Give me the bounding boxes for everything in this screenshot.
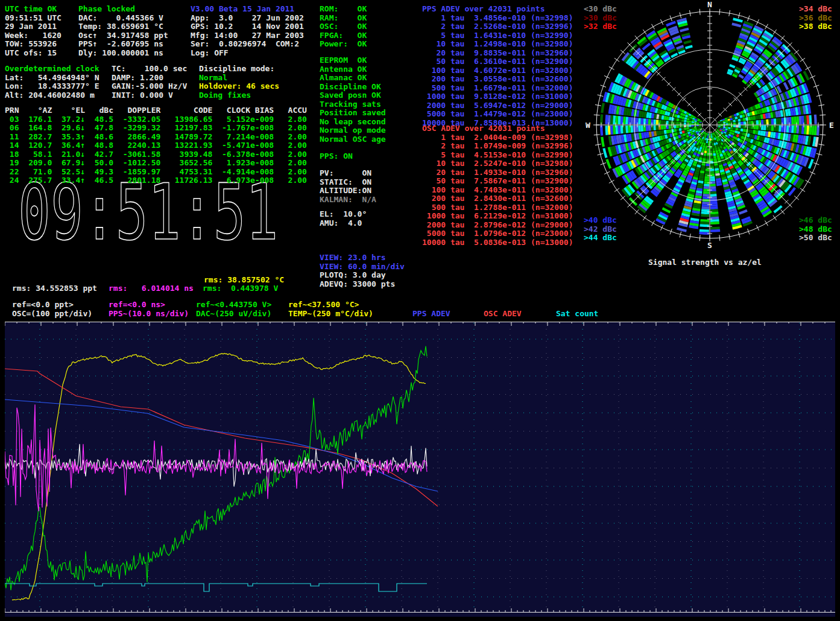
utc-block-line-3: Week: 1620: [5, 31, 62, 40]
dbc-legend-se-line-0: >46 dBc: [799, 216, 832, 225]
svg-text:N: N: [707, 0, 712, 9]
position-block-line-2: Lon: 18.4333777° E: [5, 82, 99, 91]
rms-pps-line-0: rms: 6.014014 ns: [109, 284, 194, 293]
ref-dac-line-0: ref~<0.443750 V>: [196, 301, 271, 309]
osc-adev-list-row-12: 10000 tau 5.0836e-013 (n=13000): [422, 238, 573, 247]
phase-block-line-1: DAC: 0.445366 V: [78, 14, 163, 22]
pps-adev-list-row-3: 10 tau 1.2498e-010 (n=32980): [422, 40, 573, 48]
utc-block-line-2: 29 Jan 2011: [5, 22, 57, 31]
pps-adev-list-row-2: 5 tau 1.6431e-010 (n=32990): [422, 31, 573, 40]
phase-block-line-0: Phase locked: [78, 5, 135, 13]
sat-table-row-5: 19 209.0 67.9↓ 50.0 -1012.50 3652.56 1.9…: [5, 159, 307, 167]
history-plot[interactable]: [5, 322, 835, 617]
ref-temp-line-0: ref~<37.500 °C>: [288, 301, 359, 309]
sat-table-row-1: 06 164.8 29.6↓ 47.8 -3299.32 12197.83 -1…: [5, 124, 307, 132]
sat-table-row-0: 03 176.1 37.2↓ 48.5 -3332.05 13986.65 5.…: [5, 115, 307, 124]
version-block-line-2: GPS: 10.2 14 Nov 2001: [191, 22, 304, 31]
fix-flags-block-line-2: ALTITUDE:ON: [320, 186, 371, 195]
phase-block-line-5: Dly: 100.000001 ns: [78, 49, 163, 57]
pps-adev-list-row-11: 5000 tau 1.4479e-012 (n=23000): [422, 110, 573, 118]
pps-adev-list-title: PPS ADEV over 42031 points: [422, 5, 545, 13]
hw-status-block-line-2: OSC: OK: [320, 22, 367, 31]
dbc-legend-sw-line-2: >44 dBc: [584, 234, 617, 242]
position-block-line-0: Overdetermined clock: [5, 65, 99, 73]
label-sat-count-line-0: Sat count: [556, 310, 598, 318]
osc-adev-list-row-1: 2 tau 1.0749e-009 (n=32996): [422, 142, 573, 150]
sat-table-row-2: 11 282.7 35.3↑ 48.6 2866.49 14789.72 7.2…: [5, 133, 307, 141]
fix-flags-block-line-1: STATIC: ON: [320, 178, 371, 186]
pps-adev-list-row-1: 2 tau 2.5268e-010 (n=32996): [422, 22, 573, 31]
sat-table-row-7: 24 275.7 33.4↑ 46.5 2801.18 11726.13 6.9…: [5, 176, 307, 185]
ref-osc-line-0: ref=<0.0 ppt>: [12, 301, 74, 309]
loop-block-line-1: DAMP: 1.200: [112, 74, 163, 82]
pps-adev-list-row-9: 1000 tau 9.8128e-012 (n=31000): [422, 92, 573, 101]
loop-block-line-0: TC: 100.0 sec: [112, 65, 187, 73]
discipline-block-line-1: Normal: [199, 74, 227, 82]
fix-flags-block-line-3: KALMAN: N/A: [320, 196, 376, 204]
hw-status-block-line-4: Power: OK: [320, 40, 367, 48]
loop-block-line-3: INIT: 0.000 V: [112, 91, 173, 100]
phase-block-line-4: PPS↑ -2.607695 ns: [78, 40, 163, 48]
osc-adev-list-row-5: 50 tau 7.5867e-011 (n=32900): [422, 177, 573, 185]
version-block-line-5: Log: OFF: [191, 49, 229, 57]
polar-caption: Signal strength vs az/el: [648, 258, 762, 267]
osc-adev-list-row-10: 2000 tau 2.8796e-012 (n=29000): [422, 221, 573, 229]
dbc-legend-sw-line-0: >40 dBc: [584, 216, 617, 225]
recv-status-block-line-2: Almanac OK: [320, 74, 367, 82]
utc-block-line-0: UTC time OK: [5, 5, 57, 13]
digital-clock: 09:51:51: [18, 174, 279, 251]
discipline-block-line-0: Discipline mode:: [199, 65, 274, 73]
recv-status-block-line-9: Normal OSC age: [320, 135, 386, 144]
position-block-line-3: Alt: 204.46002480 m: [5, 91, 95, 100]
dbc-legend-ne-line-1: >36 dBc: [799, 14, 832, 22]
loop-block-line-2: GAIN:-5.000 Hz/V: [112, 82, 187, 91]
pps-adev-list-row-5: 50 tau 6.3610e-011 (n=32900): [422, 57, 573, 66]
sat-table-row-3: 14 120.7 36.4↑ 48.8 2240.13 13221.93 -5.…: [5, 141, 307, 150]
recv-status-block-line-0: EEPROM OK: [320, 56, 367, 65]
rms-dac-line-0: rms: 0.443978 V: [203, 284, 278, 293]
mask-block-line-1: AMU: 4.0: [320, 219, 362, 228]
svg-text:E: E: [829, 121, 834, 130]
osc-adev-list-row-2: 5 tau 4.5153e-010 (n=32990): [422, 151, 573, 159]
label-osc-adev-line-0: OSC ADEV: [484, 310, 522, 318]
dbc-legend-nw-line-2: >32 dBc: [584, 22, 617, 31]
pps-adev-list-row-8: 500 tau 1.6679e-011 (n=32000): [422, 84, 573, 92]
mask-block-line-0: EL: 10.0°: [320, 210, 367, 218]
osc-adev-list-row-11: 5000 tau 1.0796e-012 (n=23000): [422, 229, 573, 238]
recv-status-block-line-7: No leap second: [320, 118, 386, 126]
version-block-line-0: V3.00 Beta 15 Jan 2011: [191, 5, 294, 13]
dbc-legend-nw-line-1: >30 dBc: [584, 14, 617, 22]
recv-status-block-line-8: Normal op mode: [320, 126, 386, 135]
dbc-legend-sw-line-1: >42 dBc: [584, 225, 617, 234]
polar-grid: [593, 8, 826, 241]
recv-status-block-line-3: Discipline OK: [320, 83, 381, 91]
ref-pps-line-0: ref=<0.0 ns>: [109, 301, 165, 309]
osc-adev-list-row-0: 1 tau 2.0404e-009 (n=32998): [422, 133, 573, 142]
pps-adev-list-row-6: 100 tau 4.6072e-011 (n=32800): [422, 66, 573, 75]
sat-table-header: PRN °AZ °EL dBc DOPPLER CODE CLOCK BIAS …: [5, 106, 307, 115]
hw-status-block-line-3: FPGA: OK: [320, 31, 367, 40]
rms-temp-line-0: rms: 38.857502 °C: [204, 276, 284, 284]
version-block-line-3: Mfg: 14:00 27 Mar 2003: [191, 31, 304, 40]
rms-osc-line-0: rms: 34.552853 ppt: [12, 284, 97, 293]
svg-text:W: W: [586, 121, 590, 130]
dbc-legend-ne-line-0: >34 dBc: [799, 5, 832, 13]
ref-osc-line-1: OSC=(100 ppt/div): [12, 310, 92, 318]
pps-adev-list-row-0: 1 tau 3.4856e-010 (n=32998): [422, 14, 573, 22]
ref-dac-line-1: DAC~(250 uV/div): [196, 310, 271, 318]
hw-status-block-line-0: ROM: OK: [320, 5, 367, 13]
pps-state-line-0: PPS: ON: [320, 152, 353, 161]
view-block-line-3: ADEVQ: 33000 pts: [320, 280, 395, 288]
view-block-line-1: VIEW: 60.0 min/div: [320, 263, 405, 271]
discipline-block-line-2: Holdover: 46 secs: [199, 82, 279, 91]
osc-adev-list-row-8: 500 tau 1.2788e-011 (n=32000): [422, 203, 573, 212]
recv-status-block-line-5: Tracking sats: [320, 100, 381, 109]
pps-adev-list-row-10: 2000 tau 5.6947e-012 (n=29000): [422, 101, 573, 110]
view-block-line-2: PLOTQ: 3.0 day: [320, 271, 386, 279]
recv-status-block-line-1: Antenna OK: [320, 65, 367, 74]
hw-status-block-line-1: RAM: OK: [320, 14, 367, 22]
dbc-legend-nw-line-0: <30 dBc: [584, 5, 617, 13]
recv-status-block-line-4: Saved posn OK: [320, 91, 381, 100]
fix-flags-block-line-0: PV: ON: [320, 169, 371, 177]
lady-heather-screen: 09:51:51 NSEW UTC time OK09:51:51 UTC29 …: [0, 0, 840, 621]
